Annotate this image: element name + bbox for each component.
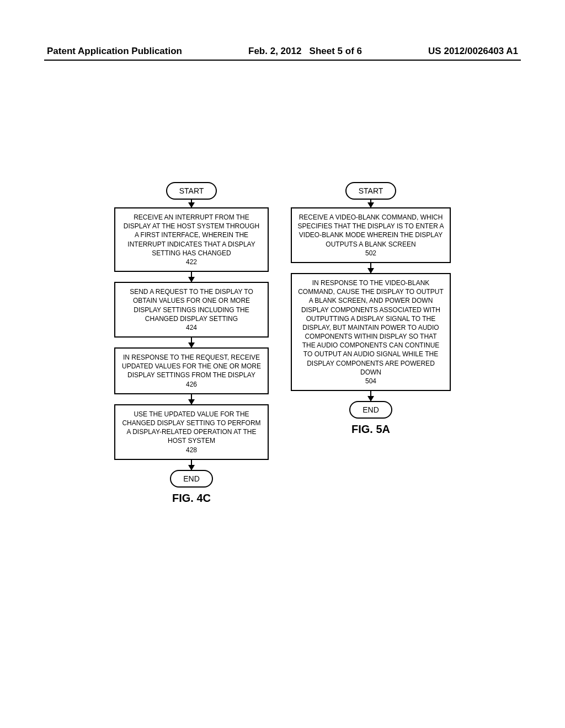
arrow-icon [370, 200, 371, 207]
box-428: USE THE UPDATED VALUE FOR THE CHANGED DI… [114, 404, 269, 460]
box-422-num: 422 [186, 258, 197, 266]
page-header: Patent Application Publication Feb. 2, 2… [0, 46, 565, 57]
end-terminal-4c: END [170, 470, 213, 488]
box-424-num: 424 [186, 324, 197, 331]
box-426-text: IN RESPONSE TO THE REQUEST, RECEIVE UPDA… [122, 354, 261, 379]
figure-label-4c: FIG. 4C [172, 492, 211, 505]
box-426: IN RESPONSE TO THE REQUEST, RECEIVE UPDA… [114, 347, 269, 394]
arrow-icon [191, 394, 192, 404]
start-terminal-4c: START [166, 182, 217, 200]
box-422: RECEIVE AN INTERRUPT FROM THE DISPLAY AT… [114, 207, 269, 272]
box-422-text: RECEIVE AN INTERRUPT FROM THE DISPLAY AT… [124, 213, 260, 257]
arrow-icon [191, 272, 192, 282]
arrow-icon [370, 263, 371, 273]
header-publication: Patent Application Publication [47, 46, 182, 57]
arrow-icon [191, 200, 192, 207]
box-428-num: 428 [186, 446, 197, 454]
box-424: SEND A REQUEST TO THE DISPLAY TO OBTAIN … [114, 282, 269, 338]
start-terminal-5a: START [345, 182, 397, 200]
header-date-sheet: Feb. 2, 2012 Sheet 5 of 6 [248, 46, 362, 57]
box-502-text: RECEIVE A VIDEO-BLANK COMMAND, WHICH SPE… [298, 213, 444, 248]
box-504-num: 504 [365, 377, 376, 385]
flowchart-4c: START RECEIVE AN INTERRUPT FROM THE DISP… [114, 182, 269, 505]
box-504: IN RESPONSE TO THE VIDEO-BLANK COMMAND, … [291, 273, 451, 391]
arrow-icon [370, 391, 371, 401]
end-terminal-5a: END [349, 401, 392, 419]
header-sheet: Sheet 5 of 6 [310, 46, 362, 56]
box-504-text: IN RESPONSE TO THE VIDEO-BLANK COMMAND, … [298, 279, 444, 376]
box-428-text: USE THE UPDATED VALUE FOR THE CHANGED DI… [122, 410, 260, 445]
box-426-num: 426 [186, 381, 197, 388]
header-date: Feb. 2, 2012 [248, 46, 301, 56]
box-502-num: 502 [365, 249, 376, 257]
header-rule [44, 60, 521, 61]
content-area: START RECEIVE AN INTERRUPT FROM THE DISP… [0, 182, 565, 505]
box-502: RECEIVE A VIDEO-BLANK COMMAND, WHICH SPE… [291, 207, 451, 263]
flowchart-5a: START RECEIVE A VIDEO-BLANK COMMAND, WHI… [291, 182, 451, 505]
arrow-icon [191, 460, 192, 470]
header-pub-number: US 2012/0026403 A1 [428, 46, 518, 57]
arrow-icon [191, 338, 192, 347]
figure-label-5a: FIG. 5A [351, 423, 390, 436]
box-424-text: SEND A REQUEST TO THE DISPLAY TO OBTAIN … [130, 288, 253, 323]
